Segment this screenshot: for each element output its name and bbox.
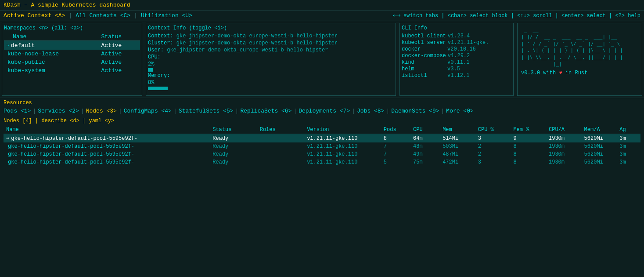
- resource-tab[interactable]: Deployments <7>: [299, 108, 350, 114]
- context-memory-value: 8%: [148, 80, 394, 86]
- node-cpu: 49m: [410, 150, 440, 158]
- nodes-col-mempct: Mem %: [511, 126, 546, 134]
- table-row[interactable]: gke-hello-hipster-default-pool-5595e92f-…: [4, 142, 640, 150]
- context-memory-label: Memory:: [148, 73, 394, 79]
- namespaces-title: Namespaces <n> (all: <a>): [4, 25, 140, 31]
- context-panel: Context Info (toggle <i>) Context: gke_j…: [146, 23, 396, 96]
- table-row[interactable]: gke-hello-hipster-default-pool-5595e92f-…: [4, 158, 640, 166]
- node-version: v1.21.11-gke.110: [304, 150, 381, 158]
- cli-tool-version: v1.29.2: [448, 53, 470, 59]
- context-cluster: Cluster: gke_jhipster-demo-okta_europe-w…: [148, 40, 394, 46]
- nodes-col-status: Status: [210, 126, 257, 134]
- node-cpu-pct: 2: [475, 142, 511, 150]
- node-cpu-pct: 3: [475, 134, 511, 143]
- node-age: 3m: [617, 142, 640, 150]
- node-status: Ready: [210, 142, 257, 150]
- resources-section: Resources Pods <1>|Services <2>|Nodes <3…: [0, 98, 644, 118]
- resource-tab[interactable]: Pods <1>: [4, 108, 31, 114]
- resource-tab[interactable]: ReplicaSets <6>: [240, 108, 291, 114]
- node-pods: 5: [381, 158, 410, 166]
- namespace-row[interactable]: kube-public Active: [4, 58, 140, 66]
- context-context: Context: gke_jhipster-demo-okta_europe-w…: [148, 33, 394, 39]
- table-row[interactable]: ⇒gke-hello-hipster-default-pool-5595e92f…: [4, 134, 640, 143]
- nav-active-context[interactable]: Active Context <A>: [4, 12, 65, 19]
- ns-status: Active: [100, 66, 140, 75]
- cpu-progress-bar: [148, 68, 394, 72]
- nodes-col-cpu: CPU: [410, 126, 440, 134]
- cli-tool-row: helmv3.5: [402, 66, 511, 72]
- resource-tab[interactable]: More <0>: [446, 108, 473, 114]
- node-version: v1.21.11-gke.110: [304, 142, 381, 150]
- namespaces-table: Name Status ⇒default Active kube-node-le…: [4, 33, 140, 75]
- resource-tab[interactable]: Nodes <3>: [86, 108, 117, 114]
- node-age: 3m: [617, 158, 640, 166]
- ns-col-status: Status: [100, 33, 140, 41]
- node-cpu-pct: 3: [475, 158, 511, 166]
- node-status: Ready: [210, 134, 257, 143]
- nodes-col-mema: Mem/A: [582, 126, 617, 134]
- namespace-row[interactable]: ⇒default Active: [4, 41, 140, 50]
- cli-tool-row: dockerv20.10.16: [402, 46, 511, 52]
- nodes-col-version: Version: [304, 126, 381, 134]
- resource-tab[interactable]: DaemonSets <9>: [391, 108, 439, 114]
- nodes-section: Nodes [4] | describe <d> | yaml <y> Name…: [0, 118, 644, 166]
- logo-panel: _ __ | |/ / __ _ ___ __ _ ___| |__ | ' /…: [517, 23, 642, 96]
- node-cpu: 75m: [410, 158, 440, 166]
- node-status: Ready: [210, 158, 257, 166]
- cli-tool-name: istioctl: [402, 73, 446, 79]
- node-cpu: 48m: [410, 142, 440, 150]
- context-user: User: gke_jhipster-demo-okta_europe-west…: [148, 47, 394, 53]
- heart-icon: ♥: [559, 70, 562, 76]
- node-mem: 472Mi: [440, 158, 475, 166]
- nodes-col-name: Name: [4, 126, 210, 134]
- node-mem-pct: 8: [511, 158, 546, 166]
- nav-left: Active Context <A> | All Contexts <C> | …: [4, 12, 192, 19]
- nodes-table: Name Status Roles Version Pods CPU Mem C…: [4, 126, 640, 166]
- cli-panel: CLI Info kubectl clientv1.23.4kubectl se…: [399, 23, 514, 96]
- logo-version: v0.3.0 with ♥ in Rust: [519, 69, 640, 77]
- resource-tab[interactable]: StatefulSets <5>: [179, 108, 234, 114]
- cli-tool-row: kubectl serverv1.21.11-gke.: [402, 40, 511, 46]
- resource-tab[interactable]: Services <2>: [38, 108, 79, 114]
- namespaces-panel: Namespaces <n> (all: <a>) Name Status ⇒d…: [2, 23, 142, 96]
- title-bar: KDash – A simple Kubernetes dashboard: [0, 0, 644, 11]
- node-roles: [257, 142, 304, 150]
- cli-tool-name: helm: [402, 66, 446, 72]
- nav-all-contexts[interactable]: All Contexts <C>: [76, 12, 130, 19]
- resources-tabs: Pods <1>|Services <2>|Nodes <3>|ConfigMa…: [4, 108, 640, 114]
- cli-tool-name: kubectl server: [402, 40, 446, 46]
- resource-tab[interactable]: ConfigMaps <4>: [124, 108, 172, 114]
- cli-tool-row: kubectl clientv1.23.4: [402, 33, 511, 39]
- node-pods: 7: [381, 150, 410, 158]
- node-name: gke-hello-hipster-default-pool-5595e92f-: [4, 158, 210, 166]
- node-mem-a: 5620Mi: [582, 134, 617, 143]
- table-row[interactable]: gke-hello-hipster-default-pool-5595e92f-…: [4, 150, 640, 158]
- cli-tool-row: docker-composev1.29.2: [402, 53, 511, 59]
- main-content: Namespaces <n> (all: <a>) Name Status ⇒d…: [0, 21, 644, 273]
- cli-tool-version: v1.23.4: [448, 33, 470, 39]
- context-cpu-value: 2%: [148, 61, 394, 67]
- node-mem-a: 5620Mi: [582, 158, 617, 166]
- namespace-row[interactable]: kube-node-lease Active: [4, 50, 140, 58]
- namespace-row[interactable]: kube-system Active: [4, 66, 140, 75]
- cli-title: CLI Info: [402, 25, 511, 31]
- nodes-header: Nodes [4] | describe <d> | yaml <y>: [4, 118, 640, 124]
- node-roles: [257, 158, 304, 166]
- node-age: 3m: [617, 134, 640, 143]
- nodes-header-text: Nodes [4] | describe <d> | yaml <y>: [4, 118, 114, 124]
- ns-status: Active: [100, 50, 140, 58]
- node-cpu-pct: 2: [475, 150, 511, 158]
- node-mem: 514Mi: [440, 134, 475, 143]
- nav-utilization[interactable]: Utilization <U>: [141, 12, 192, 19]
- node-mem-a: 5620Mi: [582, 150, 617, 158]
- node-mem: 487Mi: [440, 150, 475, 158]
- cli-tool-version: v20.10.16: [447, 46, 476, 52]
- ns-name: kube-node-lease: [4, 50, 100, 58]
- node-cpu-a: 1930m: [546, 150, 582, 158]
- ns-col-name: Name: [4, 33, 100, 41]
- nodes-col-cpupct: CPU %: [475, 126, 511, 134]
- resource-tab[interactable]: Jobs <8>: [357, 108, 384, 114]
- ns-name: kube-public: [4, 58, 100, 66]
- node-mem-pct: 9: [511, 134, 546, 143]
- nodes-col-age: Ag: [617, 126, 640, 134]
